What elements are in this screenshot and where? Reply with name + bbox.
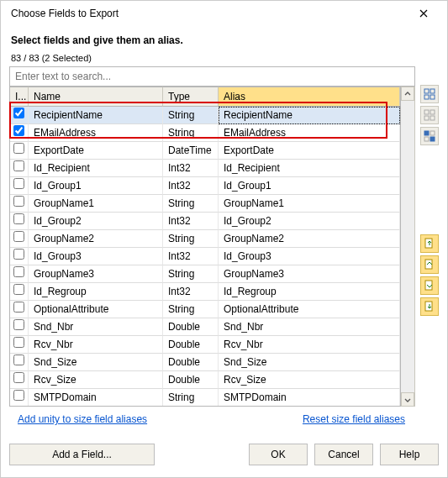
grid-none-icon: [424, 109, 435, 121]
svg-rect-7: [430, 116, 435, 120]
row-checkbox-cell: [10, 354, 29, 371]
col-name[interactable]: Name: [29, 87, 163, 107]
select-all-button[interactable]: [420, 85, 439, 103]
move-bottom-button[interactable]: [420, 297, 439, 316]
col-include[interactable]: I...: [10, 87, 29, 107]
row-alias[interactable]: Rcv_Nbr: [219, 336, 400, 354]
row-checkbox[interactable]: [13, 108, 24, 118]
help-button[interactable]: Help: [380, 444, 439, 465]
move-down-button[interactable]: [420, 276, 439, 295]
close-button[interactable]: [407, 2, 440, 25]
cancel-button[interactable]: Cancel: [314, 444, 373, 465]
table-row[interactable]: Id_Group1Int32Id_Group1: [10, 177, 400, 195]
row-checkbox[interactable]: [13, 372, 24, 383]
grid-body: RecipientNameStringRecipientNameEMailAdd…: [10, 107, 400, 406]
table-row[interactable]: Id_RecipientInt32Id_Recipient: [10, 160, 400, 177]
move-top-button[interactable]: [420, 234, 439, 253]
row-alias[interactable]: SMTPDomain: [219, 389, 400, 406]
table-row[interactable]: SMTPDomainStringSMTPDomain: [10, 389, 400, 406]
row-type: Double: [163, 336, 219, 354]
row-checkbox[interactable]: [13, 266, 24, 277]
invert-select-button[interactable]: [420, 127, 439, 145]
row-checkbox[interactable]: [13, 213, 24, 224]
search-input[interactable]: [9, 66, 415, 87]
add-field-button[interactable]: Add a Field...: [9, 444, 155, 465]
row-type: Int32: [163, 283, 219, 301]
row-type: String: [163, 265, 219, 283]
row-checkbox-cell: [10, 336, 29, 354]
add-unity-link[interactable]: Add unity to size field aliases: [18, 413, 147, 425]
row-checkbox[interactable]: [13, 355, 24, 365]
row-name: SMTPDomain: [29, 389, 163, 406]
row-alias[interactable]: ExportDate: [219, 142, 400, 160]
row-alias[interactable]: OptionalAttribute: [219, 301, 400, 318]
row-alias[interactable]: EMailAddress: [219, 124, 400, 142]
row-checkbox[interactable]: [13, 160, 24, 171]
row-alias[interactable]: GroupName2: [219, 230, 400, 248]
table-row[interactable]: GroupName2StringGroupName2: [10, 230, 400, 248]
row-checkbox[interactable]: [13, 284, 24, 295]
col-type[interactable]: Type: [163, 87, 219, 107]
table-row[interactable]: Snd_NbrDoubleSnd_Nbr: [10, 318, 400, 336]
col-alias[interactable]: Alias: [219, 87, 400, 107]
row-name: OptionalAttribute: [29, 301, 163, 318]
row-checkbox[interactable]: [13, 178, 24, 189]
svg-rect-4: [424, 110, 429, 114]
row-alias[interactable]: Snd_Nbr: [219, 318, 400, 336]
row-alias[interactable]: Snd_Size: [219, 354, 400, 371]
row-checkbox[interactable]: [13, 249, 24, 260]
table-row[interactable]: Id_RegroupInt32Id_Regroup: [10, 283, 400, 301]
table-row[interactable]: ExportDateDateTimeExportDate: [10, 142, 400, 160]
row-alias[interactable]: Id_Group3: [219, 248, 400, 265]
row-alias[interactable]: Id_Regroup: [219, 283, 400, 301]
table-row[interactable]: Rcv_SizeDoubleRcv_Size: [10, 371, 400, 389]
row-alias[interactable]: Id_Group2: [219, 213, 400, 230]
row-alias[interactable]: Rcv_Size: [219, 371, 400, 389]
row-checkbox[interactable]: [13, 319, 24, 330]
table-row[interactable]: RecipientNameStringRecipientName: [10, 107, 400, 124]
arrow-down-icon: [424, 280, 435, 292]
scrollbar[interactable]: [401, 87, 415, 407]
table-row[interactable]: GroupName1StringGroupName1: [10, 195, 400, 213]
table-row[interactable]: OptionalAttributeStringOptionalAttribute: [10, 301, 400, 318]
row-type: String: [163, 301, 219, 318]
row-alias[interactable]: GroupName1: [219, 195, 400, 213]
reset-aliases-link[interactable]: Reset size field aliases: [303, 413, 405, 425]
table-row[interactable]: GroupName3StringGroupName3: [10, 265, 400, 283]
row-type: Int32: [163, 160, 219, 177]
row-checkbox-cell: [10, 389, 29, 406]
title-bar: Choose Fields to Export: [1, 1, 447, 26]
row-name: Snd_Nbr: [29, 318, 163, 336]
table-row[interactable]: EMailAddressStringEMailAddress: [10, 124, 400, 142]
row-checkbox[interactable]: [13, 302, 24, 313]
row-checkbox[interactable]: [13, 143, 24, 154]
table-row[interactable]: Snd_SizeDoubleSnd_Size: [10, 354, 400, 371]
row-checkbox-cell: [10, 160, 29, 177]
row-checkbox[interactable]: [13, 231, 24, 242]
row-checkbox-cell: [10, 230, 29, 248]
row-checkbox-cell: [10, 301, 29, 318]
row-alias[interactable]: RecipientName: [219, 107, 400, 124]
row-type: Int32: [163, 248, 219, 265]
ok-button[interactable]: OK: [249, 444, 308, 465]
row-alias[interactable]: GroupName3: [219, 265, 400, 283]
select-none-button[interactable]: [420, 106, 439, 124]
row-checkbox[interactable]: [13, 196, 24, 207]
move-up-button[interactable]: [420, 255, 439, 274]
table-row[interactable]: Rcv_NbrDoubleRcv_Nbr: [10, 336, 400, 354]
row-type: Int32: [163, 213, 219, 230]
row-alias[interactable]: Id_Group1: [219, 177, 400, 195]
scroll-up-button[interactable]: [401, 87, 414, 101]
table-row[interactable]: Id_Group3Int32Id_Group3: [10, 248, 400, 265]
table-row[interactable]: Id_Group2Int32Id_Group2: [10, 213, 400, 230]
svg-rect-0: [424, 89, 429, 93]
row-name: Id_Group2: [29, 213, 163, 230]
scroll-down-button[interactable]: [401, 392, 414, 407]
row-name: Id_Regroup: [29, 283, 163, 301]
svg-rect-8: [424, 131, 429, 135]
row-checkbox[interactable]: [13, 337, 24, 348]
row-checkbox[interactable]: [13, 125, 24, 136]
row-alias[interactable]: Id_Recipient: [219, 160, 400, 177]
row-checkbox[interactable]: [13, 390, 24, 401]
row-checkbox-cell: [10, 318, 29, 336]
